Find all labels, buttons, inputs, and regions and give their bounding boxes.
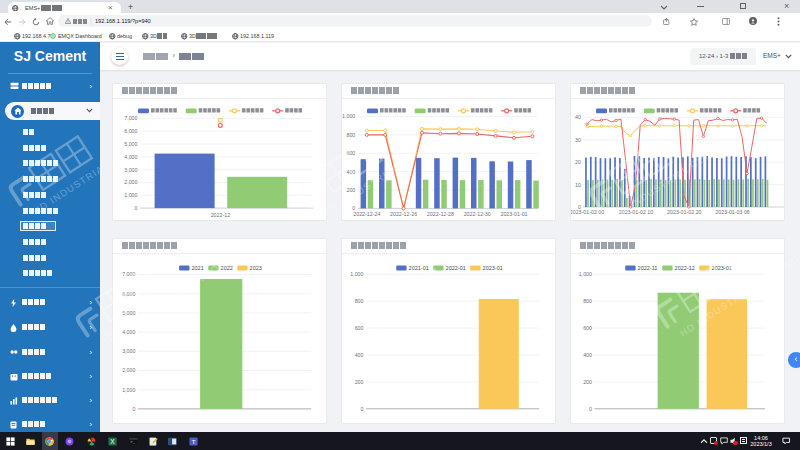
svg-text:0: 0 <box>135 205 138 211</box>
svg-text:1,000: 1,000 <box>350 271 363 277</box>
svg-text:200: 200 <box>355 379 364 385</box>
svg-text:6,000: 6,000 <box>122 291 135 297</box>
svg-text:2023-01-01: 2023-01-01 <box>500 211 527 217</box>
svg-text:2022-12-26: 2022-12-26 <box>390 211 417 217</box>
svg-text:2023-01: 2023-01 <box>712 265 732 271</box>
svg-text:2022-12: 2022-12 <box>211 212 230 218</box>
svg-text:5,000: 5,000 <box>122 310 135 316</box>
svg-text:2023-01-02 10: 2023-01-02 10 <box>619 209 654 215</box>
svg-text:2022-12: 2022-12 <box>675 265 695 271</box>
svg-text:7,000: 7,000 <box>124 115 137 121</box>
svg-text:5,000: 5,000 <box>124 141 137 147</box>
svg-text:400: 400 <box>346 169 355 175</box>
svg-text:2022-12-24: 2022-12-24 <box>353 211 380 217</box>
svg-text:40: 40 <box>575 114 581 120</box>
svg-text:>_: >_ <box>130 440 135 444</box>
svg-text:T: T <box>191 437 195 444</box>
svg-text:2021-01: 2021-01 <box>409 265 429 271</box>
svg-text:400: 400 <box>355 352 364 358</box>
svg-text:6,000: 6,000 <box>124 128 137 134</box>
svg-text:10: 10 <box>575 182 581 188</box>
svg-text:1,000: 1,000 <box>579 271 592 277</box>
svg-text:2022: 2022 <box>221 265 233 271</box>
svg-text:800: 800 <box>355 298 364 304</box>
svg-text:2022-01: 2022-01 <box>446 265 466 271</box>
svg-text:3,000: 3,000 <box>124 167 137 173</box>
svg-text:2022-12-30: 2022-12-30 <box>464 211 491 217</box>
svg-text:0: 0 <box>361 406 364 412</box>
svg-text:600: 600 <box>346 150 355 156</box>
svg-text:7,000: 7,000 <box>122 271 135 277</box>
svg-text:200: 200 <box>346 187 355 193</box>
svg-text:30: 30 <box>575 137 581 143</box>
svg-text:2023-01-02 20: 2023-01-02 20 <box>667 209 702 215</box>
svg-text:0: 0 <box>589 406 592 412</box>
svg-text:400: 400 <box>583 352 592 358</box>
svg-text:1,000: 1,000 <box>124 192 137 198</box>
svg-text:2023: 2023 <box>250 265 262 271</box>
svg-text:4,000: 4,000 <box>122 329 135 335</box>
svg-text:2022-12-28: 2022-12-28 <box>427 211 454 217</box>
svg-text:800: 800 <box>583 298 592 304</box>
svg-text:2021: 2021 <box>192 265 204 271</box>
svg-text:4,000: 4,000 <box>124 154 137 160</box>
svg-text:800: 800 <box>346 132 355 138</box>
svg-text:2023-01: 2023-01 <box>483 265 503 271</box>
svg-text:0: 0 <box>132 406 135 412</box>
svg-text:2,000: 2,000 <box>124 179 137 185</box>
svg-text:2022-11: 2022-11 <box>638 265 658 271</box>
svg-text:1,000: 1,000 <box>122 387 135 393</box>
svg-text:2023-01-03 06: 2023-01-03 06 <box>715 209 750 215</box>
svg-text:3,000: 3,000 <box>122 348 135 354</box>
svg-text:200: 200 <box>583 379 592 385</box>
svg-text:2,000: 2,000 <box>122 367 135 373</box>
svg-text:X: X <box>110 437 115 444</box>
svg-text:600: 600 <box>355 325 364 331</box>
svg-text:1,000: 1,000 <box>342 113 355 119</box>
svg-text:600: 600 <box>583 325 592 331</box>
svg-text:2023-01-02 00: 2023-01-02 00 <box>571 209 604 215</box>
svg-text:20: 20 <box>575 159 581 165</box>
